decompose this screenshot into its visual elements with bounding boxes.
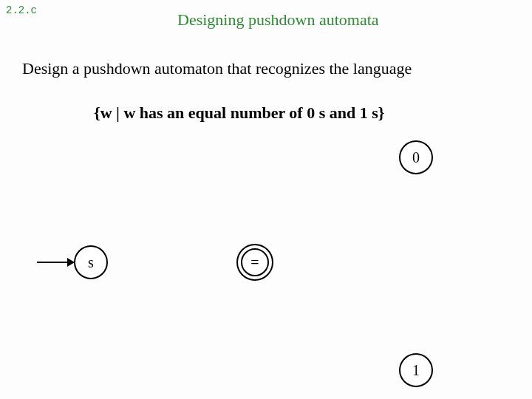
state-s-label: s: [88, 254, 94, 271]
start-arrow: [37, 262, 74, 263]
state-zero-label: 0: [412, 149, 420, 166]
page-title: Designing pushdown automata: [177, 10, 379, 30]
state-one: 1: [399, 353, 433, 387]
state-zero: 0: [399, 140, 433, 174]
language-specification: {w | w has an equal number of 0 s and 1 …: [94, 103, 384, 123]
state-equal-label: =: [250, 254, 259, 271]
state-equal: =: [236, 244, 273, 281]
state-one-label: 1: [412, 362, 420, 379]
problem-description: Design a pushdown automaton that recogni…: [22, 59, 412, 78]
state-s: s: [74, 245, 108, 279]
problem-number: 2.2.c: [6, 4, 37, 16]
